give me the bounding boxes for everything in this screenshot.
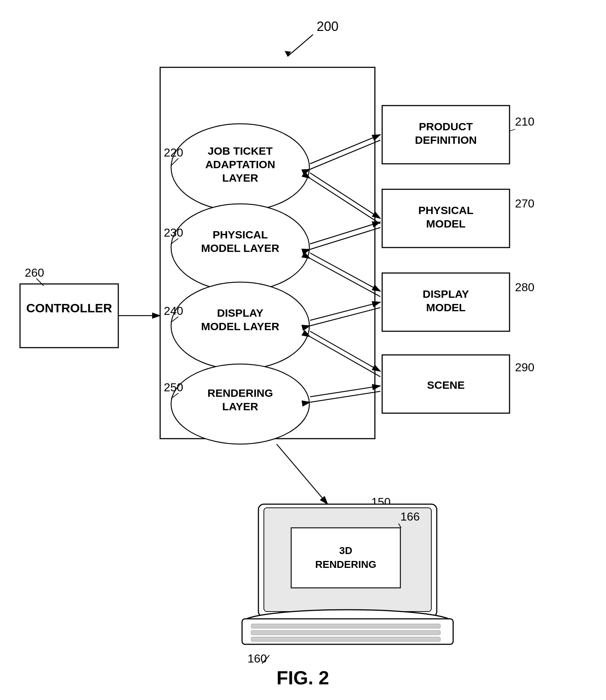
ref-200: 200: [317, 19, 338, 34]
rendering-layer-line1: RENDERING: [207, 387, 273, 399]
rendering-3d-line1: 3D: [339, 545, 352, 556]
job-ticket-line2: ADAPTATION: [205, 158, 275, 170]
product-def-line2: DEFINITION: [415, 134, 477, 146]
phys-model-box-line2: MODEL: [426, 218, 466, 230]
ref-160: 160: [247, 652, 267, 665]
ref-270: 270: [515, 197, 534, 210]
display-model-line1: DISPLAY: [217, 307, 263, 319]
job-ticket-line3: LAYER: [222, 172, 258, 184]
product-def-line1: PRODUCT: [419, 120, 473, 133]
controller-label: CONTROLLER: [26, 301, 112, 315]
keyboard-row2: [251, 630, 440, 635]
disp-model-box-line1: DISPLAY: [423, 288, 469, 300]
svg-line-0: [288, 35, 313, 56]
physical-model-line1: PHYSICAL: [213, 229, 268, 241]
disp-model-box-line2: MODEL: [426, 301, 466, 313]
ref-240: 240: [164, 304, 183, 317]
phys-model-box-line1: PHYSICAL: [418, 204, 474, 216]
svg-line-25: [277, 444, 328, 504]
rendering-3d-box: [291, 528, 400, 588]
keyboard-row3: [251, 637, 440, 641]
svg-line-8: [510, 129, 515, 131]
ref-230: 230: [164, 226, 183, 239]
rendering-3d-line2: RENDERING: [315, 559, 376, 570]
scene-label: SCENE: [427, 379, 464, 391]
ref-280: 280: [515, 281, 534, 294]
display-model-line2: MODEL LAYER: [201, 320, 279, 332]
ref-220: 220: [164, 146, 183, 159]
keyboard-row1: [251, 624, 440, 628]
ref-166: 166: [400, 510, 420, 523]
ref-250: 250: [164, 381, 183, 394]
ref-210: 210: [515, 115, 534, 128]
ref-290: 290: [515, 361, 534, 374]
job-ticket-line1: JOB TICKET: [208, 145, 273, 157]
controller-box: [20, 284, 118, 348]
diagram-container: 200 CONTROLLER 260 JOB TICKET ADAPTATION…: [0, 0, 606, 700]
physical-model-line2: MODEL LAYER: [201, 242, 279, 254]
rendering-layer-line2: LAYER: [222, 400, 258, 412]
ref-260: 260: [25, 266, 44, 279]
fig-caption: FIG. 2: [277, 667, 329, 688]
